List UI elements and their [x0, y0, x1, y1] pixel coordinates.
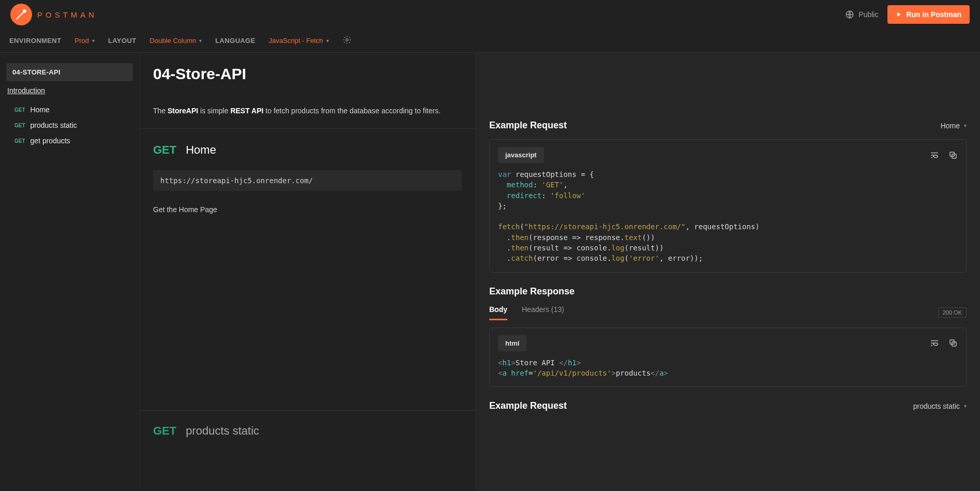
settings-button[interactable] [342, 35, 352, 46]
svg-point-2 [345, 39, 348, 41]
chevron-down-icon: ▾ [964, 123, 967, 128]
content-layout: 04-STORE-API Introduction GET Home GET p… [0, 53, 980, 491]
play-icon [896, 11, 902, 18]
status-badge: 200 OK [938, 307, 967, 318]
endpoint-url[interactable]: https://storeapi-hjc5.onrender.com/ [153, 170, 462, 191]
language-chip: javascript [498, 147, 544, 163]
response-tabs: Body Headers (13) 200 OK [489, 305, 967, 320]
http-method: GET [153, 424, 176, 438]
example-request-header: Example Request Home ▾ [489, 120, 967, 131]
example-request-title: Example Request [489, 400, 567, 411]
language-chip: html [498, 335, 526, 351]
run-label: Run in Postman [906, 10, 961, 19]
layout-select[interactable]: Double Column ▾ [150, 37, 202, 44]
chevron-down-icon: ▾ [92, 38, 95, 43]
example-request-header-2: Example Request products static ▾ [489, 400, 967, 411]
wrap-icon [930, 338, 939, 348]
example-request-title: Example Request [489, 120, 567, 131]
endpoint-description: Get the Home Page [153, 205, 462, 214]
gear-icon [342, 35, 352, 44]
main-column: 04-Store-API The StoreAPI is simple REST… [139, 53, 476, 491]
chevron-down-icon: ▾ [964, 403, 967, 409]
divider [140, 128, 475, 129]
toolbar: ENVIRONMENT Prod ▾ LAYOUT Double Column … [0, 29, 980, 53]
wrap-lines-button[interactable] [930, 338, 939, 348]
env-label: ENVIRONMENT [9, 37, 61, 44]
wrap-lines-button[interactable] [930, 151, 939, 160]
public-label: Public [858, 10, 878, 19]
page-title: 04-Store-API [153, 65, 462, 83]
language-select[interactable]: JavaScript - Fetch ▾ [269, 37, 329, 44]
sidebar: 04-STORE-API Introduction GET Home GET p… [0, 53, 139, 491]
endpoint-name: products static [186, 424, 259, 438]
tab-body[interactable]: Body [489, 305, 507, 320]
endpoint-header-products-static: GET products static [140, 410, 475, 438]
sidebar-item-label: products static [31, 121, 77, 129]
topbar: POSTMAN Public Run in Postman [0, 0, 980, 29]
copy-icon [948, 338, 958, 348]
sidebar-item-products-static[interactable]: GET products static [6, 117, 133, 133]
method-badge: GET [14, 138, 25, 144]
copy-icon [948, 151, 958, 160]
top-right: Public Run in Postman [845, 5, 970, 24]
brand-name: POSTMAN [37, 10, 97, 19]
postman-logo-icon [10, 4, 32, 25]
method-badge: GET [14, 107, 25, 113]
example-column: Example Request Home ▾ javascript [476, 53, 980, 491]
endpoint-header-home: GET Home [153, 143, 462, 157]
example-request-select[interactable]: Home ▾ [941, 122, 967, 130]
layout-label: LAYOUT [108, 37, 137, 44]
sidebar-item-get-products[interactable]: GET get products [6, 133, 133, 148]
chevron-down-icon: ▾ [199, 38, 202, 43]
method-badge: GET [14, 123, 25, 128]
page-description: The StoreAPI is simple REST API to fetch… [153, 107, 462, 115]
sidebar-title[interactable]: 04-STORE-API [6, 63, 133, 81]
sidebar-item-label: get products [31, 137, 70, 145]
endpoint-name: Home [186, 143, 216, 157]
sidebar-intro[interactable]: Introduction [6, 81, 133, 102]
copy-button[interactable] [948, 151, 958, 160]
language-label: LANGUAGE [215, 37, 255, 44]
response-code[interactable]: <h1>Store API </h1> <a href='/api/v1/pro… [498, 358, 958, 379]
run-in-postman-button[interactable]: Run in Postman [887, 5, 970, 24]
copy-button[interactable] [948, 338, 958, 348]
wrap-icon [930, 151, 939, 160]
request-code-card: javascript var requestOptions = { method… [489, 139, 967, 273]
example-response-title: Example Response [489, 286, 967, 297]
visibility-public[interactable]: Public [845, 10, 878, 19]
http-method: GET [153, 143, 176, 157]
response-code-card: html <h1>Store API </h1> <a href='/api/v… [489, 328, 967, 388]
chevron-down-icon: ▾ [326, 38, 329, 43]
globe-icon [845, 10, 854, 19]
request-code[interactable]: var requestOptions = { method: 'GET', re… [498, 169, 958, 264]
logo[interactable]: POSTMAN [10, 4, 97, 25]
tab-headers[interactable]: Headers (13) [522, 305, 564, 320]
env-select[interactable]: Prod ▾ [74, 37, 94, 44]
example-request-select[interactable]: products static ▾ [913, 402, 967, 410]
sidebar-item-home[interactable]: GET Home [6, 102, 133, 117]
sidebar-item-label: Home [31, 106, 50, 114]
